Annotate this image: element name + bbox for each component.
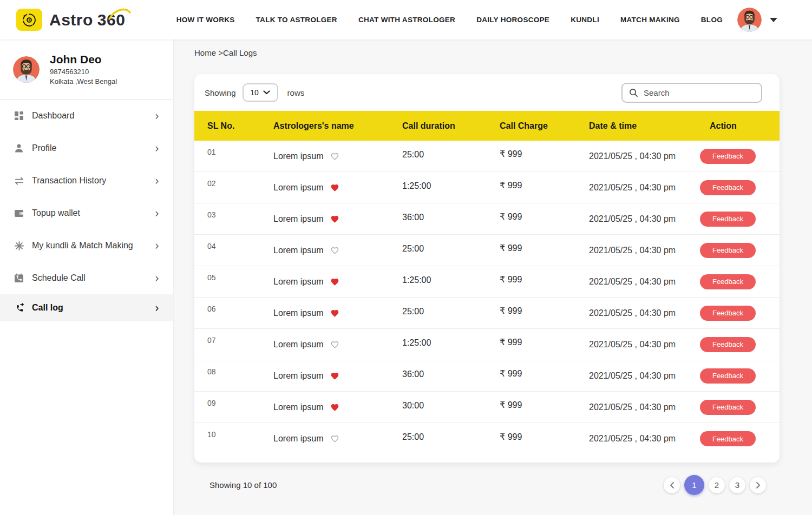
sidebar-item-topup-wallet[interactable]: Topup wallet › [0, 197, 173, 229]
feedback-button[interactable]: Feedback [700, 431, 756, 446]
cell-call-charge: ₹ 999 [500, 212, 589, 222]
rows-per-page-select[interactable]: 10 [243, 83, 278, 102]
breadcrumb-current: Call Logs [223, 48, 257, 57]
cell-call-duration: 1:25:00 [402, 338, 500, 348]
main-content: Home >Call Logs Showing 10 rows [173, 39, 812, 515]
chevron-down-icon[interactable] [770, 18, 777, 22]
table-body: 01 Lorem ipsum 25:00 ₹ 999 2021/05/25 , … [194, 141, 780, 454]
pagination-next-button[interactable] [750, 477, 766, 493]
call-logs-card: Showing 10 rows SL No. Astrologers's nam… [194, 74, 780, 463]
table-row: 08 Lorem ipsum 36:00 ₹ 999 2021/05/25 , … [194, 360, 780, 392]
pagination-page-3[interactable]: 3 [729, 477, 745, 493]
feedback-button[interactable]: Feedback [700, 368, 756, 384]
table-controls: Showing 10 rows [194, 74, 780, 111]
favorite-heart-icon[interactable] [330, 340, 339, 349]
user-phone: 9874563210 [50, 68, 117, 76]
chevron-right-icon: › [155, 238, 159, 253]
feedback-button[interactable]: Feedback [700, 400, 756, 415]
showing-label: Showing [205, 88, 236, 97]
cell-call-charge: ₹ 999 [500, 243, 589, 253]
sidebar-item-call-log[interactable]: Call log › [0, 294, 173, 321]
logo[interactable]: Astro360 [16, 9, 125, 31]
cell-date-time: 2021/05/25 , 04:30 pm [589, 371, 710, 381]
search-input[interactable] [644, 88, 752, 97]
feedback-button[interactable]: Feedback [700, 149, 756, 164]
feedback-button[interactable]: Feedback [700, 243, 756, 258]
cell-date-time: 2021/05/25 , 04:30 pm [589, 246, 710, 255]
col-header-sl-no: SL No. [207, 121, 273, 131]
pagination-summary: Showing 10 of 100 [209, 480, 277, 490]
cell-call-charge: ₹ 999 [500, 274, 589, 285]
feedback-button[interactable]: Feedback [700, 274, 756, 289]
chevron-right-icon: › [155, 141, 159, 156]
sidebar-item-profile[interactable]: Profile › [0, 132, 173, 164]
favorite-heart-icon[interactable] [330, 183, 339, 192]
feedback-button[interactable]: Feedback [700, 306, 756, 321]
feedback-button[interactable]: Feedback [700, 180, 756, 195]
favorite-heart-icon[interactable] [330, 246, 339, 255]
table-header: SL No. Astrologers's name Call duration … [194, 111, 780, 141]
nav-item-talk-to-astrologer[interactable]: TALK TO ASTROLGER [256, 16, 337, 24]
nav-item-kundli[interactable]: KUNDLI [571, 16, 599, 24]
cell-date-time: 2021/05/25 , 04:30 pm [589, 402, 710, 412]
cell-date-time: 2021/05/25 , 04:30 pm [589, 308, 710, 318]
cell-call-charge: ₹ 999 [500, 400, 589, 410]
cell-sl-no: 04 [207, 242, 273, 250]
chevron-right-icon: › [155, 300, 159, 315]
sidebar-item-schedule-call[interactable]: Schedule Call › [0, 262, 173, 294]
chevron-down-icon [263, 90, 270, 95]
nav-item-chat-with-astrologer[interactable]: CHAT WITH ASTROLOGER [358, 16, 455, 24]
cell-astrologer-name: Lorem ipsum [273, 183, 402, 193]
col-header-astrologer-name: Astrologers's name [273, 121, 402, 131]
sidebar-item-transaction-history[interactable]: Transaction History › [0, 164, 173, 197]
favorite-heart-icon[interactable] [330, 434, 339, 443]
favorite-heart-icon[interactable] [330, 152, 339, 161]
pagination-page-2[interactable]: 2 [709, 477, 725, 493]
cell-sl-no: 07 [207, 336, 273, 345]
user-location: Kolkata ,West Bengal [50, 77, 117, 85]
favorite-heart-icon[interactable] [330, 372, 339, 380]
logo-swoosh [108, 7, 132, 21]
favorite-heart-icon[interactable] [330, 278, 339, 286]
cell-call-duration: 25:00 [402, 150, 500, 160]
breadcrumb-separator: > [218, 48, 223, 57]
nav-item-match-making[interactable]: MATCH MAKING [620, 16, 680, 24]
cell-call-duration: 1:25:00 [402, 275, 500, 285]
nav-item-how-it-works[interactable]: HOW IT WORKS [176, 16, 235, 24]
table-row: 09 Lorem ipsum 30:00 ₹ 999 2021/05/25 , … [194, 392, 780, 423]
sidebar-item-dashboard[interactable]: Dashboard › [0, 100, 173, 132]
chevron-right-icon: › [155, 108, 159, 123]
nav-links: HOW IT WORKS TALK TO ASTROLGER CHAT WITH… [176, 16, 723, 24]
favorite-heart-icon[interactable] [330, 403, 339, 412]
cell-call-charge: ₹ 999 [500, 337, 589, 347]
chevron-right-icon: › [155, 270, 159, 286]
pagination: 1 2 3 [664, 475, 766, 495]
cell-call-charge: ₹ 999 [500, 368, 589, 379]
cell-sl-no: 08 [207, 367, 273, 376]
table-footer: Showing 10 of 100 1 2 3 [194, 475, 780, 495]
sidebar-item-my-kundli-match-making[interactable]: My kundli & Match Making › [0, 229, 173, 262]
nav-item-daily-horoscope[interactable]: DAILY HOROSCOPE [476, 16, 549, 24]
pagination-prev-button[interactable] [664, 477, 680, 493]
favorite-heart-icon[interactable] [330, 215, 339, 223]
nav-item-blog[interactable]: BLOG [701, 16, 723, 24]
feedback-button[interactable]: Feedback [700, 337, 756, 352]
table-row: 05 Lorem ipsum 1:25:00 ₹ 999 2021/05/25 … [194, 266, 780, 298]
cell-date-time: 2021/05/25 , 04:30 pm [589, 183, 710, 193]
search-icon [629, 88, 638, 97]
breadcrumb-home[interactable]: Home [194, 48, 216, 57]
col-header-call-duration: Call duration [402, 121, 500, 131]
rows-label: rows [287, 88, 305, 97]
pagination-page-1[interactable]: 1 [684, 475, 704, 495]
user-avatar[interactable] [737, 8, 762, 32]
table-row: 07 Lorem ipsum 1:25:00 ₹ 999 2021/05/25 … [194, 329, 780, 360]
cell-call-duration: 25:00 [402, 307, 500, 316]
feedback-button[interactable]: Feedback [700, 212, 756, 227]
cell-date-time: 2021/05/25 , 04:30 pm [589, 214, 710, 224]
favorite-heart-icon[interactable] [330, 309, 339, 318]
cell-date-time: 2021/05/25 , 04:30 pm [589, 340, 710, 349]
logo-text: Astro360 [49, 11, 125, 29]
cell-sl-no: 02 [207, 179, 273, 188]
cell-astrologer-name: Lorem ipsum [273, 371, 402, 381]
cell-astrologer-name: Lorem ipsum [273, 214, 402, 224]
